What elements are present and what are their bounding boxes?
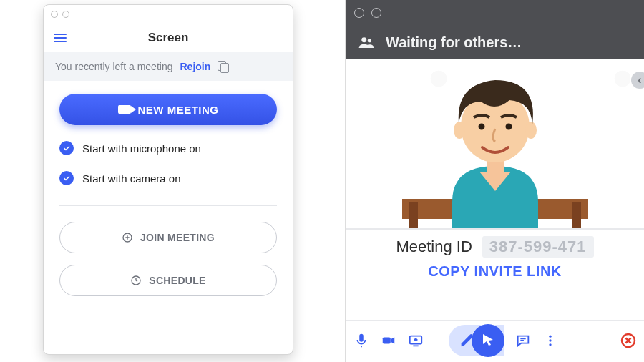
people-icon [357,34,376,52]
copy-icon[interactable] [218,61,229,72]
svg-point-16 [549,339,551,341]
schedule-label: SCHEDULE [149,275,205,286]
new-meeting-label: NEW MEETING [138,104,219,116]
divider [59,205,277,206]
check-icon [59,141,74,155]
video-camera-icon [118,105,131,114]
svg-point-9 [454,122,465,139]
chat-icon[interactable] [514,332,532,349]
check-icon [59,171,74,185]
meeting-id-value[interactable]: 387-599-471 [482,236,594,258]
window-titlebar [44,5,293,24]
banner-text: You recently left a meeting [55,61,172,72]
new-meeting-button[interactable]: NEW MEETING [59,94,277,125]
svg-rect-6 [572,202,581,228]
rejoin-link[interactable]: Rejoin [180,61,210,72]
copy-invite-link[interactable]: COPY INVITE LINK [428,263,562,280]
app-title: Screen [67,31,270,45]
clock-icon [130,275,142,286]
schedule-button[interactable]: SCHEDULE [59,265,277,296]
annotate-group [449,325,504,356]
share-screen-icon[interactable] [407,332,424,349]
svg-point-17 [549,343,551,346]
close-icon[interactable] [620,332,637,349]
hamburger-icon[interactable] [54,34,67,42]
svg-point-15 [549,336,551,338]
svg-point-12 [505,124,512,130]
meeting-id-label: Meeting ID [396,238,472,256]
status-bar: Waiting for others… [346,26,644,59]
video-area: ‹ [346,59,644,228]
traffic-light-min-icon[interactable] [62,11,69,18]
avatar [388,59,602,228]
mic-icon[interactable] [353,332,370,349]
traffic-light-close-icon[interactable] [354,8,364,18]
pointer-icon [479,332,497,349]
plus-circle-icon [122,232,133,243]
option-camera[interactable]: Start with camera on [59,171,277,185]
meeting-toolbar [346,320,644,362]
option-mic[interactable]: Start with microphone on [59,141,277,155]
svg-rect-13 [383,337,391,343]
join-meeting-button[interactable]: JOIN MEETING [59,222,277,253]
meeting-window: Waiting for others… ‹ [345,0,644,362]
camera-icon[interactable] [380,332,397,349]
meeting-info-panel: Meeting ID 387-599-471 COPY INVITE LINK [346,228,644,320]
recent-meeting-banner: You recently left a meeting Rejoin [44,52,293,81]
screen-app-window: Screen You recently left a meeting Rejoi… [43,4,293,355]
traffic-light-min-icon[interactable] [371,8,381,18]
status-text: Waiting for others… [386,34,522,51]
join-meeting-label: JOIN MEETING [140,232,215,243]
chevron-left-icon[interactable]: ‹ [631,72,644,89]
option-camera-label: Start with camera on [82,172,181,185]
app-header: Screen [44,24,293,52]
traffic-light-close-icon[interactable] [51,11,58,18]
svg-point-3 [368,39,371,42]
main-body: NEW MEETING Start with microphone on Sta… [44,81,293,308]
svg-point-10 [525,122,537,139]
pointer-button[interactable] [472,324,504,357]
svg-point-2 [361,37,366,42]
more-icon[interactable] [542,332,559,349]
option-mic-label: Start with microphone on [82,142,201,155]
svg-rect-5 [409,202,418,228]
window-titlebar [346,0,644,26]
svg-point-11 [478,124,484,130]
meeting-id-row: Meeting ID 387-599-471 [396,236,593,258]
